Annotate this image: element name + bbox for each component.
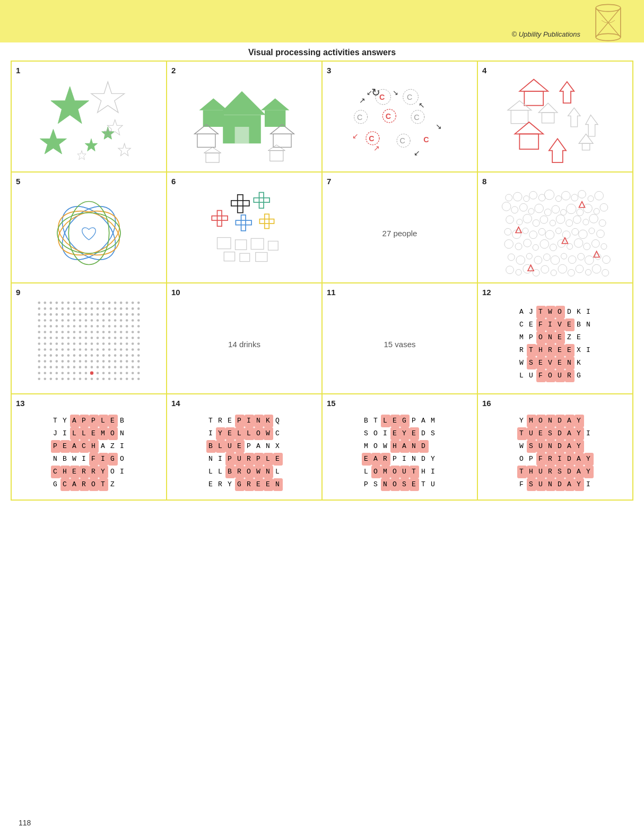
- svg-rect-27: [270, 151, 283, 161]
- cell-content-11: 15 vases: [327, 299, 473, 389]
- svg-point-147: [584, 243, 590, 250]
- svg-point-122: [573, 216, 581, 223]
- svg-point-269: [38, 331, 40, 333]
- svg-point-149: [601, 244, 607, 249]
- svg-point-264: [114, 325, 117, 328]
- cell-content-2: [171, 77, 317, 167]
- svg-point-406: [102, 372, 105, 374]
- svg-point-272: [56, 331, 58, 333]
- svg-rect-86: [224, 252, 234, 261]
- svg-point-211: [120, 307, 123, 310]
- svg-point-403: [85, 372, 88, 374]
- svg-point-111: [584, 204, 593, 213]
- svg-point-155: [551, 256, 560, 265]
- svg-marker-10: [77, 151, 86, 160]
- svg-point-415: [50, 377, 53, 380]
- svg-point-299: [108, 337, 111, 339]
- svg-point-161: [603, 256, 611, 264]
- svg-point-132: [555, 228, 561, 234]
- svg-point-327: [62, 348, 64, 351]
- svg-point-420: [79, 377, 82, 380]
- svg-point-249: [132, 319, 134, 322]
- svg-point-145: [567, 244, 573, 249]
- svg-point-135: [579, 230, 588, 239]
- svg-point-116: [523, 214, 532, 223]
- svg-point-194: [126, 302, 128, 304]
- svg-point-279: [97, 331, 99, 333]
- svg-point-287: [38, 337, 40, 339]
- svg-point-347: [73, 354, 76, 357]
- svg-point-362: [56, 360, 58, 363]
- cell-3: 3 ↻ ↙ ↘ C C C C C C: [323, 62, 478, 173]
- svg-point-158: [578, 253, 585, 260]
- svg-point-180: [44, 302, 47, 304]
- svg-rect-74: [259, 193, 264, 209]
- svg-point-94: [544, 190, 554, 200]
- cell-number-1: 1: [16, 66, 162, 75]
- svg-marker-64: [579, 134, 593, 143]
- svg-point-95: [555, 196, 561, 202]
- cell-number-9: 9: [16, 288, 162, 297]
- cell-7: 7 27 people: [323, 173, 478, 283]
- svg-point-291: [62, 337, 64, 339]
- svg-marker-13: [218, 91, 265, 115]
- svg-point-103: [519, 203, 527, 211]
- svg-point-125: [599, 220, 606, 227]
- svg-point-337: [120, 348, 123, 351]
- svg-point-283: [120, 331, 123, 333]
- svg-point-107: [552, 205, 560, 213]
- svg-point-363: [62, 360, 64, 363]
- cell-1: 1: [12, 62, 167, 173]
- svg-point-303: [132, 337, 134, 339]
- svg-point-193: [120, 302, 123, 304]
- svg-point-197: [38, 307, 40, 310]
- svg-point-202: [67, 307, 70, 310]
- svg-text:↙: ↙: [367, 89, 372, 97]
- svg-point-118: [540, 216, 548, 223]
- cell-11: 11 15 vases: [323, 283, 478, 394]
- svg-point-404: [90, 371, 93, 374]
- svg-text:C: C: [400, 136, 405, 145]
- svg-marker-26: [268, 145, 285, 151]
- svg-point-143: [550, 244, 556, 251]
- svg-text:C: C: [357, 113, 362, 122]
- svg-point-254: [56, 325, 58, 328]
- svg-point-109: [567, 204, 576, 213]
- svg-point-297: [97, 337, 99, 339]
- svg-point-139: [515, 243, 522, 250]
- svg-point-349: [85, 354, 88, 357]
- svg-point-256: [67, 325, 70, 328]
- svg-point-268: [137, 325, 140, 328]
- cell-content-14: TREPINKQIYELLOWCBLUEPANXNIPURPLELLBROWNL…: [171, 410, 317, 495]
- cell-content-15: BTLEGPAMSOIEYEDSMOWHAND EARPINDYLOMOUTHI…: [327, 410, 473, 495]
- svg-point-371: [108, 360, 111, 363]
- svg-point-245: [108, 319, 111, 322]
- svg-point-332: [91, 348, 93, 351]
- svg-marker-5: [91, 82, 125, 113]
- svg-point-305: [38, 342, 40, 345]
- svg-point-286: [137, 331, 140, 333]
- svg-point-405: [97, 372, 99, 374]
- svg-point-409: [120, 372, 123, 374]
- svg-point-322: [137, 342, 140, 345]
- svg-point-214: [137, 307, 140, 310]
- cell-number-11: 11: [327, 288, 473, 297]
- svg-rect-77: [212, 216, 228, 221]
- svg-point-356: [126, 354, 128, 357]
- cell-number-14: 14: [171, 399, 317, 408]
- svg-text:C: C: [414, 113, 419, 122]
- svg-point-129: [529, 231, 537, 239]
- svg-point-318: [114, 342, 117, 345]
- svg-point-341: [38, 354, 40, 357]
- circles-triangles-svg: [482, 188, 628, 278]
- svg-marker-61: [568, 108, 580, 127]
- svg-point-411: [132, 372, 134, 374]
- svg-point-393: [132, 366, 134, 368]
- svg-point-244: [102, 319, 105, 322]
- hourglass-icon: [588, 3, 628, 42]
- svg-point-383: [73, 366, 76, 368]
- cell-content-3: ↻ ↙ ↘ C C C C C C C C: [327, 77, 473, 167]
- svg-point-166: [541, 265, 549, 273]
- svg-point-276: [79, 331, 82, 333]
- cell-content-9: [16, 299, 162, 389]
